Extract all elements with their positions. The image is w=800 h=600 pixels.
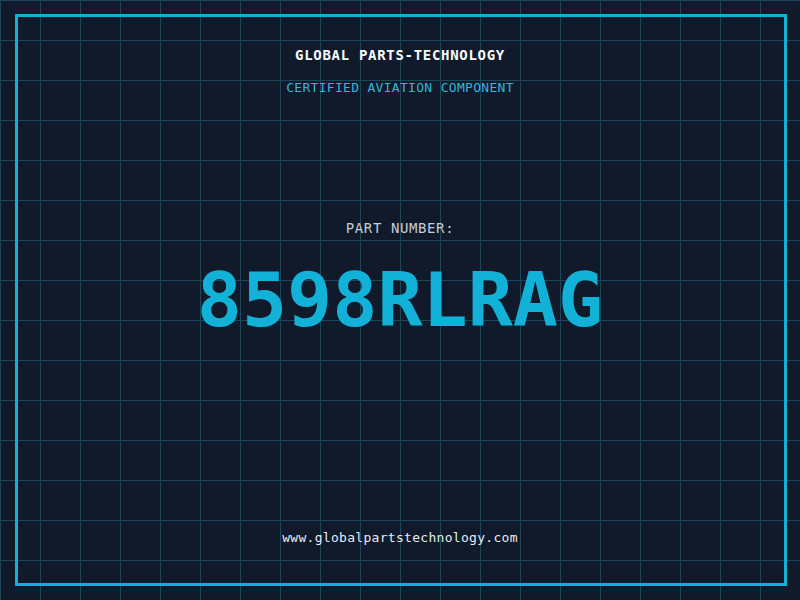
website-url: www.globalpartstechnology.com	[0, 531, 800, 544]
part-number-label: PART NUMBER:	[0, 221, 800, 235]
certification-tagline: CERTIFIED AVIATION COMPONENT	[0, 81, 800, 94]
part-certificate-screen: GLOBAL PARTS-TECHNOLOGY CERTIFIED AVIATI…	[0, 0, 800, 600]
company-name: GLOBAL PARTS-TECHNOLOGY	[0, 48, 800, 62]
part-number-value: 8598RLRAG	[0, 263, 800, 338]
